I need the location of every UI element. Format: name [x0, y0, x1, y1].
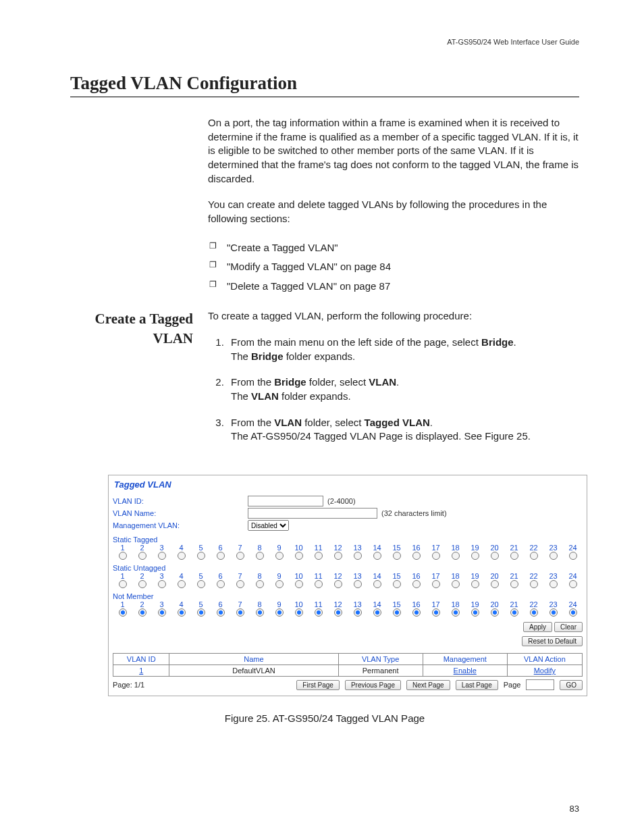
port-static-untagged-radio[interactable] — [504, 580, 524, 588]
pager-first-button[interactable]: First Page — [296, 680, 340, 690]
port-static-tagged-radio[interactable] — [132, 552, 152, 560]
pager-last-button[interactable]: Last Page — [456, 680, 498, 690]
port-not-member-radio[interactable] — [171, 608, 191, 617]
port-number: 18 — [446, 544, 465, 552]
port-static-untagged-radio[interactable] — [426, 580, 446, 588]
port-static-untagged-radio[interactable] — [446, 580, 465, 588]
port-static-untagged-radio[interactable] — [113, 580, 132, 588]
port-number: 1 — [113, 572, 132, 580]
port-not-member-radio[interactable] — [426, 608, 446, 617]
port-static-tagged-radio[interactable] — [504, 552, 524, 560]
port-static-untagged-radio[interactable] — [289, 580, 308, 588]
pager-page-input[interactable] — [526, 679, 554, 690]
port-static-tagged-radio[interactable] — [230, 552, 250, 560]
port-not-member-radio[interactable] — [543, 608, 563, 617]
port-not-member-radio[interactable] — [367, 608, 387, 617]
reset-button[interactable]: Reset to Default — [522, 636, 583, 646]
port-static-untagged-radio[interactable] — [211, 580, 230, 588]
port-static-untagged-radio[interactable] — [152, 580, 171, 588]
port-static-tagged-radio[interactable] — [328, 552, 348, 560]
port-number: 5 — [191, 600, 211, 608]
port-static-tagged-radio[interactable] — [426, 552, 446, 560]
port-number: 15 — [387, 572, 406, 580]
port-static-untagged-radio[interactable] — [308, 580, 328, 588]
port-not-member-radio[interactable] — [406, 608, 426, 617]
port-not-member-radio[interactable] — [211, 608, 230, 617]
port-not-member-radio[interactable] — [269, 608, 289, 617]
port-number: 17 — [426, 544, 446, 552]
cell-vlan-id[interactable]: 1 — [113, 665, 169, 677]
apply-button[interactable]: Apply — [523, 622, 552, 632]
port-not-member-radio[interactable] — [250, 608, 269, 617]
port-static-tagged-radio[interactable] — [406, 552, 426, 560]
port-not-member-radio[interactable] — [446, 608, 465, 617]
port-not-member-radio[interactable] — [113, 608, 132, 617]
port-number: 10 — [289, 572, 308, 580]
port-not-member-radio[interactable] — [289, 608, 308, 617]
port-static-untagged-radio[interactable] — [328, 580, 348, 588]
port-not-member-radio[interactable] — [485, 608, 504, 617]
port-static-untagged-radio[interactable] — [406, 580, 426, 588]
port-static-tagged-radio[interactable] — [387, 552, 406, 560]
port-number: 16 — [406, 544, 426, 552]
port-static-untagged-radio[interactable] — [524, 580, 543, 588]
port-not-member-radio[interactable] — [465, 608, 485, 617]
port-static-tagged-radio[interactable] — [446, 552, 465, 560]
port-not-member-radio[interactable] — [524, 608, 543, 617]
port-not-member-radio[interactable] — [152, 608, 171, 617]
port-not-member-radio[interactable] — [230, 608, 250, 617]
port-static-tagged-radio[interactable] — [543, 552, 563, 560]
mgmt-vlan-select[interactable]: Disabled — [248, 520, 289, 531]
port-static-untagged-radio[interactable] — [132, 580, 152, 588]
port-static-untagged-radio[interactable] — [191, 580, 211, 588]
port-static-tagged-radio[interactable] — [563, 552, 583, 560]
port-static-untagged-radio[interactable] — [387, 580, 406, 588]
port-static-untagged-radio[interactable] — [348, 580, 367, 588]
port-not-member-radio[interactable] — [328, 608, 348, 617]
port-static-tagged-radio[interactable] — [367, 552, 387, 560]
port-not-member-radio[interactable] — [563, 608, 583, 617]
bullet-item: "Create a Tagged VLAN" — [208, 238, 579, 258]
port-static-tagged-radio[interactable] — [465, 552, 485, 560]
port-static-tagged-radio[interactable] — [269, 552, 289, 560]
pager-prev-button[interactable]: Previous Page — [345, 680, 401, 690]
port-static-tagged-radio[interactable] — [524, 552, 543, 560]
port-static-untagged-radio[interactable] — [269, 580, 289, 588]
port-static-untagged-radio[interactable] — [543, 580, 563, 588]
port-static-tagged-radio[interactable] — [211, 552, 230, 560]
pager-go-button[interactable]: GO — [560, 680, 583, 690]
port-static-tagged-radio[interactable] — [348, 552, 367, 560]
port-static-tagged-radio[interactable] — [289, 552, 308, 560]
vlan-name-input[interactable] — [248, 508, 377, 519]
pager-next-button[interactable]: Next Page — [406, 680, 450, 690]
port-not-member-radio[interactable] — [308, 608, 328, 617]
port-not-member-radio[interactable] — [132, 608, 152, 617]
port-number: 13 — [348, 572, 367, 580]
cell-action[interactable]: Modify — [507, 665, 582, 677]
vlan-id-input[interactable] — [248, 496, 323, 506]
port-static-tagged-radio[interactable] — [171, 552, 191, 560]
port-static-untagged-radio[interactable] — [171, 580, 191, 588]
port-static-untagged-radio[interactable] — [563, 580, 583, 588]
port-static-tagged-radio[interactable] — [308, 552, 328, 560]
cell-mgmt[interactable]: Enable — [423, 665, 507, 677]
port-static-tagged-radio[interactable] — [250, 552, 269, 560]
port-static-tagged-radio[interactable] — [152, 552, 171, 560]
port-number: 12 — [328, 572, 348, 580]
port-not-member-radio[interactable] — [504, 608, 524, 617]
port-static-untagged-radio[interactable] — [250, 580, 269, 588]
port-number: 14 — [367, 572, 387, 580]
port-not-member-radio[interactable] — [348, 608, 367, 617]
port-static-tagged-radio[interactable] — [485, 552, 504, 560]
port-not-member-radio[interactable] — [191, 608, 211, 617]
port-static-untagged-radio[interactable] — [465, 580, 485, 588]
port-number: 3 — [152, 600, 171, 608]
port-static-untagged-radio[interactable] — [485, 580, 504, 588]
port-not-member-radio[interactable] — [387, 608, 406, 617]
clear-button[interactable]: Clear — [554, 622, 583, 632]
port-static-untagged-radio[interactable] — [367, 580, 387, 588]
port-static-tagged-radio[interactable] — [113, 552, 132, 560]
port-static-tagged-radio[interactable] — [191, 552, 211, 560]
port-number: 3 — [152, 572, 171, 580]
port-static-untagged-radio[interactable] — [230, 580, 250, 588]
